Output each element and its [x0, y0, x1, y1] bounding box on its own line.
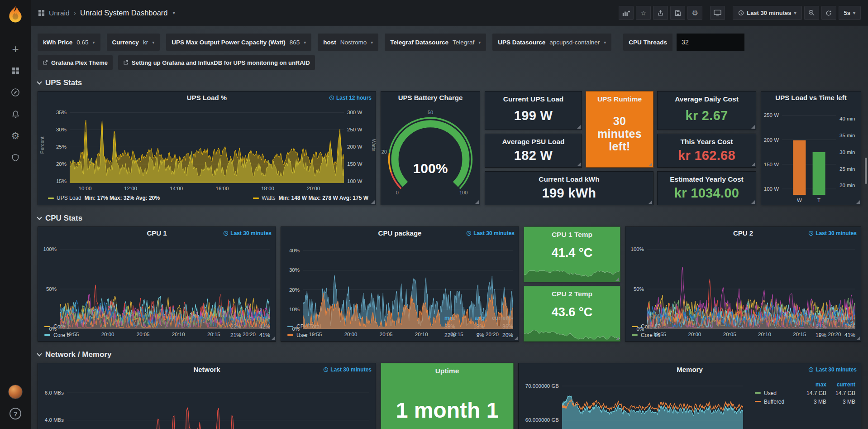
cpu1-chart[interactable]: 0%50%100%19:5520:0020:0520:1020:1520:20	[38, 239, 276, 313]
panel-title[interactable]: Average PSU Load	[502, 138, 564, 146]
variable-telegraf-datasource[interactable]: Telegraf DatasourceTelegraf▾	[385, 34, 486, 51]
panel-resize-handle[interactable]	[856, 337, 860, 340]
panel-title[interactable]: CPU 2	[733, 229, 753, 237]
svg-text:20:05: 20:05	[723, 332, 736, 337]
star-button[interactable]: ☆	[636, 6, 651, 20]
panel-resize-handle[interactable]	[577, 163, 581, 166]
variable-host[interactable]: hostNostromo▾	[318, 34, 378, 51]
variable-input-cpu-threads[interactable]	[677, 34, 744, 51]
refresh-button[interactable]	[821, 6, 836, 20]
share-button[interactable]	[653, 6, 668, 20]
monitor-icon	[714, 10, 721, 16]
user-avatar[interactable]	[5, 381, 26, 403]
section-network-memory[interactable]: Network / Memory	[38, 349, 861, 360]
help-icon[interactable]: ?	[5, 403, 26, 424]
panel-title[interactable]: Estimated Yearly Cost	[670, 175, 744, 183]
panel-resize-handle[interactable]	[751, 125, 755, 129]
panel-resize-handle[interactable]	[271, 337, 275, 340]
dashboard-link[interactable]: Setting up Grafana and InfluxDB for UPS …	[118, 55, 315, 70]
panel-title[interactable]: Current Load kWh	[539, 175, 599, 183]
panel-title[interactable]: CPU 1	[147, 229, 167, 237]
svg-text:10%: 10%	[289, 307, 300, 312]
network-chart[interactable]: 2.0 MBs4.0 MBs6.0 MBs	[38, 376, 376, 429]
panel-title[interactable]: CPU package	[378, 229, 422, 237]
add-panel-button[interactable]	[619, 6, 634, 20]
panel-resize-handle[interactable]	[371, 200, 375, 204]
panel-resize-handle[interactable]	[649, 163, 652, 166]
ups-load-chart[interactable]: 15%20%25%30%35%100 W150 W200 W250 W300 W…	[38, 104, 376, 194]
cpu-package-chart[interactable]: 0%10%20%30%40%19:5520:0020:0520:1020:152…	[281, 239, 519, 313]
panel-ups-runtime: UPS Runtime 30 minutes left!	[586, 91, 653, 168]
breadcrumb-page-title[interactable]: Unraid System Dashboard	[80, 9, 168, 17]
variable-ups-max-output-power-capacity-watt[interactable]: UPS Max Output Power Capacity (Watt)865▾	[166, 34, 311, 51]
ups-load-vs-time-chart[interactable]: 100 W150 W200 W250 W20 min25 min30 min35…	[761, 104, 861, 205]
panel-resize-handle[interactable]	[856, 200, 860, 204]
cycle-view-button[interactable]	[710, 6, 725, 20]
panel-title[interactable]: Network	[193, 366, 220, 373]
cpu2-temp-sparkline	[524, 328, 620, 341]
variable-kwh-price[interactable]: kWh Price0.65▾	[38, 34, 100, 51]
dashboard-content: kWh Price0.65▾Currencykr▾UPS Max Output …	[31, 26, 868, 429]
panel-title[interactable]: UPS Load %	[187, 94, 227, 101]
panel-title[interactable]: Average Daily Cost	[675, 95, 739, 103]
panel-resize-handle[interactable]	[751, 163, 755, 166]
legend-item[interactable]: UPS LoadMin: 17% Max: 32% Avg: 20%	[48, 195, 160, 201]
svg-text:250 W: 250 W	[347, 127, 362, 132]
page-scrollbar[interactable]	[865, 158, 867, 184]
dashboards-icon[interactable]	[5, 60, 26, 82]
panel-title[interactable]: CPU 1 Temp	[524, 231, 620, 239]
legend-item[interactable]: Buffered3 MB3 MB	[755, 397, 855, 406]
time-range-picker[interactable]: Last 30 minutes ▾	[733, 6, 801, 20]
legend-sort-max[interactable]: max	[797, 381, 826, 388]
panel-title[interactable]: Current UPS Load	[503, 95, 563, 103]
legend-item[interactable]: WattsMin: 148 W Max: 278 W Avg: 175 W	[253, 195, 368, 201]
panel-title[interactable]: Uptime	[381, 367, 513, 375]
panel-resize-handle[interactable]	[649, 200, 652, 204]
memory-chart[interactable]: 50.000000 GB60.000000 GB70.000000 GB	[519, 376, 749, 429]
panel-title[interactable]: UPS Runtime	[597, 95, 642, 103]
dashboard-link[interactable]: Grafana Plex Theme	[38, 55, 113, 70]
alerting-bell-icon[interactable]	[5, 103, 26, 125]
configuration-gear-icon[interactable]: ⚙	[5, 125, 26, 147]
svg-text:100%: 100%	[631, 246, 644, 252]
panel-resize-handle[interactable]	[615, 337, 619, 340]
save-button[interactable]	[670, 6, 685, 20]
panel-title[interactable]: This Years Cost	[680, 138, 733, 146]
panel-resize-handle[interactable]	[751, 200, 755, 204]
panel-title[interactable]: Memory	[677, 366, 703, 373]
battery-gauge[interactable]: 02050100100%	[381, 104, 480, 205]
clock-icon	[808, 367, 814, 372]
panel-resize-handle[interactable]	[514, 337, 518, 340]
section-title: CPU Stats	[45, 214, 82, 223]
variable-cpu-threads[interactable]: CPU Threads	[618, 34, 744, 51]
stat-value: kr 2.67	[685, 103, 728, 130]
panel-resize-handle[interactable]	[615, 277, 619, 281]
chevron-down-icon[interactable]: ▾	[173, 10, 176, 16]
variable-currency[interactable]: Currencykr▾	[107, 34, 160, 51]
legend-sort-current[interactable]: current	[826, 381, 855, 388]
dashboard-settings-button[interactable]: ⚙	[687, 6, 702, 20]
panel-title[interactable]: UPS Load vs Time left	[775, 94, 846, 101]
svg-text:20:20: 20:20	[486, 332, 499, 337]
svg-text:20:15: 20:15	[450, 332, 463, 337]
grafana-logo[interactable]	[5, 5, 25, 24]
zoom-out-button[interactable]	[804, 6, 819, 20]
variable-ups-datasource[interactable]: UPS Datasourceapcupsd-container▾	[492, 34, 611, 51]
refresh-interval-picker[interactable]: 5s ▾	[839, 6, 861, 20]
cpu2-chart[interactable]: 0%50%100%19:5520:0020:0520:1020:1520:20	[625, 239, 861, 313]
panel-cpu-package: CPU package Last 30 minutes 0%10%20%30%4…	[281, 227, 519, 342]
svg-text:20 min: 20 min	[839, 183, 855, 188]
panel-resize-handle[interactable]	[577, 125, 581, 129]
section-ups-stats[interactable]: UPS Stats	[38, 77, 861, 88]
server-admin-shield-icon[interactable]	[5, 147, 26, 169]
dashboard-grid-icon[interactable]	[38, 10, 45, 16]
explore-icon[interactable]	[5, 82, 26, 103]
panel-title[interactable]: CPU 2 Temp	[524, 290, 620, 298]
panel-resize-handle[interactable]	[475, 200, 479, 204]
create-icon[interactable]: +	[5, 38, 26, 60]
svg-text:T: T	[817, 198, 820, 203]
panel-title[interactable]: UPS Battery Charge	[398, 94, 463, 101]
breadcrumb-root[interactable]: Unraid	[49, 9, 70, 17]
section-cpu-stats[interactable]: CPU Stats	[38, 213, 861, 224]
legend-item[interactable]: Used14.7 GB14.7 GB	[755, 389, 855, 397]
